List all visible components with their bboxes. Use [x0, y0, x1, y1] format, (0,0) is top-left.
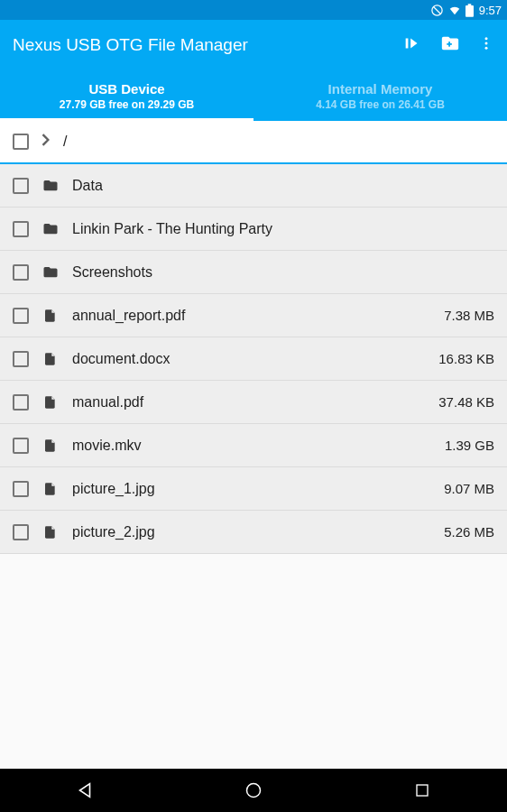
file-size: 16.83 KB — [438, 351, 494, 366]
file-size: 1.39 GB — [445, 438, 494, 453]
file-row[interactable]: Data — [0, 164, 507, 208]
file-checkbox[interactable] — [13, 264, 29, 281]
battery-icon — [466, 4, 474, 17]
folder-icon — [41, 264, 60, 281]
file-icon — [41, 523, 60, 541]
current-path[interactable]: / — [63, 134, 67, 150]
chevron-right-icon — [41, 134, 51, 150]
file-icon — [41, 307, 60, 325]
file-row[interactable]: picture_2.jpg5.26 MB — [0, 511, 507, 554]
svg-point-9 — [246, 784, 260, 798]
new-folder-icon[interactable] — [440, 33, 460, 57]
file-row[interactable]: picture_1.jpg9.07 MB — [0, 467, 507, 511]
svg-point-6 — [485, 37, 488, 40]
svg-rect-3 — [466, 5, 474, 17]
file-icon — [41, 437, 60, 455]
overflow-menu-icon[interactable] — [478, 34, 494, 56]
file-name: Data — [72, 178, 482, 194]
tab-usb-device[interactable]: USB Device 27.79 GB free on 29.29 GB — [0, 70, 254, 121]
wifi-icon — [447, 4, 462, 16]
file-name: picture_2.jpg — [72, 524, 431, 540]
file-row[interactable]: document.docx16.83 KB — [0, 337, 507, 381]
svg-rect-2 — [467, 4, 471, 5]
nav-home-button[interactable] — [217, 781, 290, 799]
file-row[interactable]: annual_report.pdf7.38 MB — [0, 294, 507, 337]
app-actions — [402, 33, 494, 57]
file-name: Linkin Park - The Hunting Party — [72, 221, 482, 237]
file-row[interactable]: movie.mkv1.39 GB — [0, 424, 507, 467]
file-name: Screenshots — [72, 264, 482, 281]
svg-line-1 — [433, 6, 440, 14]
svg-point-7 — [485, 42, 488, 45]
folder-icon — [41, 221, 60, 237]
file-name: movie.mkv — [72, 438, 432, 454]
file-row[interactable]: Screenshots — [0, 251, 507, 294]
nav-bar — [0, 769, 507, 812]
file-icon — [41, 350, 60, 368]
svg-rect-5 — [447, 43, 452, 45]
no-entry-icon — [430, 4, 444, 17]
path-row: / — [0, 121, 507, 164]
nav-recent-button[interactable] — [386, 782, 458, 798]
select-all-checkbox[interactable] — [13, 134, 29, 150]
tabs: USB Device 27.79 GB free on 29.29 GB Int… — [0, 70, 507, 121]
file-size: 37.48 KB — [438, 394, 494, 410]
nav-back-button[interactable] — [49, 780, 121, 800]
file-checkbox[interactable] — [13, 438, 29, 454]
file-checkbox[interactable] — [13, 394, 29, 411]
file-row[interactable]: manual.pdf37.48 KB — [0, 381, 507, 424]
file-size: 9.07 MB — [444, 481, 494, 496]
folder-icon — [41, 178, 60, 194]
app-title: Nexus USB OTG File Manager — [13, 35, 402, 55]
tab-internal-memory[interactable]: Internal Memory 4.14 GB free on 26.41 GB — [254, 70, 507, 121]
file-checkbox[interactable] — [13, 481, 29, 497]
status-time: 9:57 — [479, 4, 502, 17]
file-size: 7.38 MB — [444, 308, 494, 323]
tab-label: Internal Memory — [328, 81, 433, 97]
svg-point-8 — [485, 47, 488, 50]
status-bar: 9:57 — [0, 0, 507, 20]
file-name: document.docx — [72, 351, 426, 367]
tab-label: USB Device — [88, 81, 164, 97]
eject-icon[interactable] — [402, 33, 422, 57]
file-checkbox[interactable] — [13, 524, 29, 540]
file-checkbox[interactable] — [13, 178, 29, 194]
svg-rect-10 — [417, 785, 428, 796]
tab-sub: 4.14 GB free on 26.41 GB — [316, 98, 445, 111]
file-name: picture_1.jpg — [72, 481, 431, 497]
file-size: 5.26 MB — [444, 524, 494, 540]
file-list: DataLinkin Park - The Hunting PartyScree… — [0, 164, 507, 554]
file-checkbox[interactable] — [13, 308, 29, 324]
file-row[interactable]: Linkin Park - The Hunting Party — [0, 208, 507, 251]
file-icon — [41, 480, 60, 498]
file-icon — [41, 393, 60, 411]
file-name: annual_report.pdf — [72, 308, 431, 324]
file-name: manual.pdf — [72, 394, 426, 411]
tab-sub: 27.79 GB free on 29.29 GB — [60, 98, 194, 111]
app-bar: Nexus USB OTG File Manager — [0, 20, 507, 70]
file-checkbox[interactable] — [13, 351, 29, 367]
file-checkbox[interactable] — [13, 221, 29, 237]
